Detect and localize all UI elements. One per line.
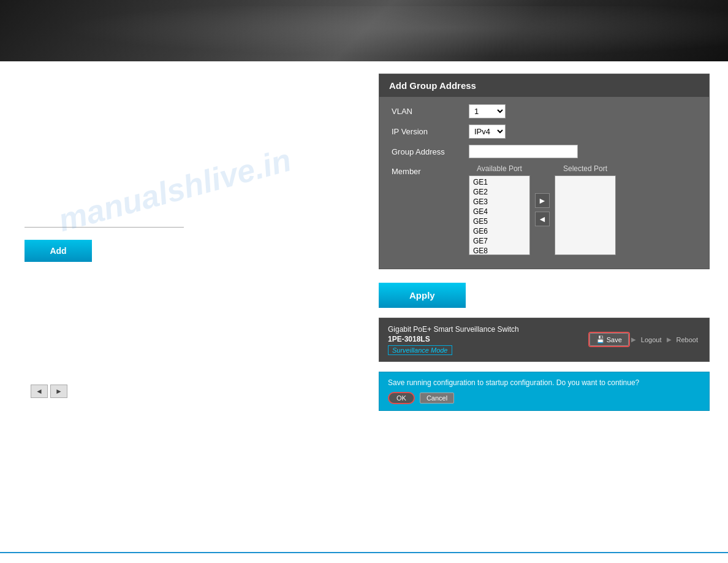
- left-panel: Add ◄ ► manualshlive.in: [18, 74, 366, 527]
- nav-next-button[interactable]: ►: [50, 385, 67, 398]
- group-address-row: Group Address: [389, 145, 699, 158]
- available-port-label: Available Port: [469, 164, 530, 173]
- available-port-list[interactable]: GE1 GE2 GE3 GE4 GE5 GE6 GE7 GE8: [469, 175, 530, 255]
- reboot-link[interactable]: Reboot: [674, 336, 700, 343]
- list-item[interactable]: GE2: [471, 187, 528, 197]
- device-actions: 💾 Save ▶ Logout ▶ Reboot: [590, 333, 700, 346]
- list-item[interactable]: GE6: [471, 226, 528, 236]
- footer-divider: [0, 552, 728, 553]
- member-label: Member: [389, 164, 469, 176]
- list-item[interactable]: GE1: [471, 177, 528, 187]
- confirm-message: Save running configuration to startup co…: [388, 378, 700, 387]
- arrow-icon-1: ▶: [631, 336, 636, 343]
- device-title-line1: Gigabit PoE+ Smart Surveillance Switch: [388, 324, 519, 335]
- card-title: Add Group Address: [379, 74, 709, 97]
- apply-button[interactable]: Apply: [379, 283, 466, 308]
- ok-button[interactable]: OK: [388, 392, 415, 404]
- save-device-button[interactable]: 💾 Save: [590, 333, 629, 346]
- selected-port-column: Selected Port: [555, 164, 616, 255]
- surveillance-mode-badge: Surveillance Mode: [388, 345, 452, 355]
- ip-version-label: IP Version: [389, 127, 469, 136]
- card-body: VLAN 1 2 3 4 IP Version IPv4 IPv6: [379, 97, 709, 269]
- nav-prev-button[interactable]: ◄: [31, 385, 48, 398]
- arrow-icon-2: ▶: [667, 336, 672, 343]
- device-model: 1PE-3018LS: [388, 335, 519, 343]
- selected-port-label: Selected Port: [555, 164, 616, 173]
- save-icon: 💾: [596, 335, 605, 343]
- move-right-button[interactable]: ►: [535, 193, 550, 208]
- add-group-address-card: Add Group Address VLAN 1 2 3 4 IP Versio…: [379, 74, 710, 269]
- watermark: manualshlive.in: [55, 142, 295, 239]
- add-button[interactable]: Add: [25, 240, 92, 262]
- divider-line: [25, 227, 184, 228]
- group-address-input[interactable]: [469, 145, 578, 158]
- port-arrow-buttons: ► ◄: [535, 193, 550, 226]
- confirm-buttons: OK Cancel: [388, 392, 700, 404]
- cancel-button[interactable]: Cancel: [420, 393, 454, 404]
- vlan-row: VLAN 1 2 3 4: [389, 104, 699, 118]
- nav-arrows: ◄ ►: [31, 385, 366, 398]
- port-section: Available Port GE1 GE2 GE3 GE4 GE5 GE6 G…: [469, 164, 616, 255]
- ip-version-select[interactable]: IPv4 IPv6: [469, 124, 506, 139]
- device-card: Gigabit PoE+ Smart Surveillance Switch 1…: [379, 318, 710, 362]
- confirm-dialog: Save running configuration to startup co…: [379, 372, 710, 411]
- right-panel: Add Group Address VLAN 1 2 3 4 IP Versio…: [379, 74, 710, 527]
- vlan-select[interactable]: 1 2 3 4: [469, 104, 506, 118]
- list-item[interactable]: GE7: [471, 236, 528, 246]
- save-label: Save: [607, 336, 622, 343]
- header-banner: [0, 0, 728, 61]
- selected-port-list[interactable]: [555, 175, 616, 255]
- device-info: Gigabit PoE+ Smart Surveillance Switch 1…: [388, 324, 519, 355]
- ip-version-row: IP Version IPv4 IPv6: [389, 124, 699, 139]
- list-item[interactable]: GE5: [471, 216, 528, 226]
- logout-link[interactable]: Logout: [639, 336, 664, 343]
- move-left-button[interactable]: ◄: [535, 212, 550, 226]
- available-port-column: Available Port GE1 GE2 GE3 GE4 GE5 GE6 G…: [469, 164, 530, 255]
- vlan-label: VLAN: [389, 107, 469, 116]
- group-address-label: Group Address: [389, 147, 469, 156]
- list-item[interactable]: GE3: [471, 197, 528, 207]
- list-item[interactable]: GE4: [471, 207, 528, 216]
- list-item[interactable]: GE8: [471, 246, 528, 255]
- member-row: Member Available Port GE1 GE2 GE3 GE4 GE…: [389, 164, 699, 255]
